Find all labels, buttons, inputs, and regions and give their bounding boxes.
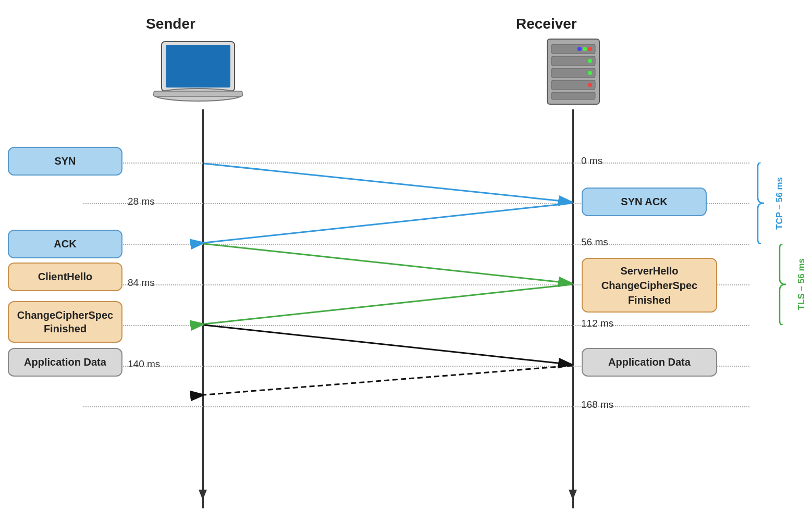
- receiver-timeline: [572, 109, 574, 508]
- timestamp-112ms: 112 ms: [581, 318, 613, 329]
- svg-point-12: [577, 47, 582, 51]
- msg-ack: ACK: [8, 230, 122, 258]
- svg-point-13: [588, 59, 592, 63]
- svg-rect-3: [154, 91, 242, 96]
- msg-syn: SYN: [8, 147, 122, 176]
- sender-label: Sender: [146, 16, 195, 32]
- arrow-clienthello: [204, 244, 572, 283]
- receiver-icon: [516, 36, 631, 111]
- ref-line-112ms: [83, 325, 749, 326]
- svg-point-10: [588, 47, 592, 51]
- svg-point-11: [583, 47, 587, 51]
- svg-rect-9: [551, 92, 595, 99]
- ref-line-56ms: [83, 244, 749, 245]
- msg-changecipherspec-finished-left: ChangeCipherSpec Finished: [8, 301, 122, 343]
- bracket-tls-label: TLS – 56 ms: [796, 258, 807, 310]
- timestamp-56ms: 56 ms: [581, 236, 608, 248]
- timestamp-140ms: 140 ms: [128, 358, 160, 370]
- timestamp-28ms: 28 ms: [128, 196, 155, 207]
- svg-point-15: [588, 83, 592, 87]
- msg-serverhello: ServerHello ChangeCipherSpec Finished: [582, 258, 717, 313]
- sender-icon: [141, 36, 255, 111]
- bracket-tcp-label: TCP – 56 ms: [774, 177, 785, 230]
- sequence-diagram: Sender Receiver: [0, 0, 812, 524]
- svg-point-14: [588, 71, 592, 75]
- arrow-server-response: [204, 284, 572, 324]
- ref-line-168ms: [83, 406, 749, 407]
- arrow-appdata-response: [204, 366, 572, 395]
- ref-line-0ms: [83, 163, 749, 164]
- svg-rect-1: [166, 45, 230, 88]
- bracket-tls: TLS – 56 ms: [779, 244, 807, 325]
- receiver-label: Receiver: [516, 16, 577, 32]
- timestamp-168ms: 168 ms: [581, 399, 613, 410]
- arrow-appdata-send: [204, 325, 572, 365]
- msg-clienthello: ClientHello: [8, 263, 122, 291]
- msg-appdata-left: Application Data: [8, 348, 122, 377]
- arrow-syn: [204, 164, 572, 202]
- sender-timeline: [202, 109, 204, 508]
- bracket-tcp: TCP – 56 ms: [757, 163, 785, 244]
- msg-synack: SYN ACK: [582, 188, 707, 216]
- msg-appdata-right: Application Data: [582, 348, 717, 377]
- arrow-synack: [204, 203, 572, 243]
- timestamp-0ms: 0 ms: [581, 155, 602, 167]
- timestamp-84ms: 84 ms: [128, 277, 155, 289]
